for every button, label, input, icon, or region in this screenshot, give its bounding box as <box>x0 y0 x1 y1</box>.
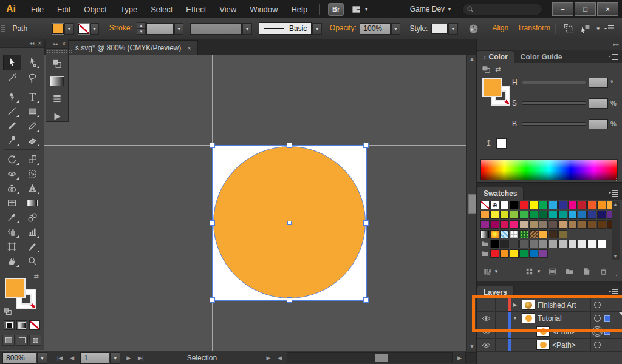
swatch-none[interactable] <box>480 201 490 209</box>
search-input[interactable] <box>462 4 542 15</box>
transform-panel-link[interactable]: Transform <box>518 24 550 33</box>
swatch[interactable] <box>539 220 548 229</box>
swatch-options-icon[interactable] <box>546 266 559 277</box>
magic-wand-tool[interactable] <box>3 70 20 85</box>
swatch[interactable] <box>510 240 519 248</box>
layer-thumbnail[interactable] <box>536 340 550 350</box>
arrange-documents-button[interactable]: ▼ <box>351 5 369 14</box>
slider-value-field[interactable] <box>589 98 608 109</box>
scroll-down-icon[interactable]: ▼ <box>612 254 618 260</box>
new-color-group-icon[interactable] <box>563 266 576 277</box>
style-dropdown-icon[interactable]: ▼ <box>448 23 458 35</box>
target-circle-icon[interactable] <box>594 342 601 348</box>
last-artboard-button[interactable]: ▶| <box>134 355 147 361</box>
stroke-weight-dropdown-icon[interactable]: ▼ <box>174 23 184 35</box>
vertical-scroll-thumb[interactable] <box>468 194 476 214</box>
swatch[interactable] <box>500 220 509 229</box>
selection-handle[interactable] <box>287 297 292 303</box>
swatch[interactable] <box>549 220 558 229</box>
stroke-weight-stepper[interactable]: ▲▼ <box>137 22 146 35</box>
swatch[interactable] <box>480 220 490 229</box>
color-mode-button[interactable] <box>4 320 15 330</box>
lock-toggle[interactable] <box>496 339 508 351</box>
artboard-tool[interactable] <box>3 239 20 254</box>
swatch[interactable] <box>529 240 538 248</box>
stroke-weight-field[interactable] <box>146 23 174 35</box>
hand-tool[interactable] <box>3 254 20 268</box>
draw-behind-button[interactable] <box>16 335 28 346</box>
swatch[interactable] <box>558 230 567 238</box>
pen-tool[interactable] <box>3 89 20 104</box>
select-similar-icon[interactable] <box>580 24 590 34</box>
opacity-field[interactable]: 100% <box>360 23 390 35</box>
close-panel-icon[interactable]: × <box>38 40 41 47</box>
swatch[interactable] <box>500 249 509 258</box>
swatch[interactable] <box>587 201 596 209</box>
swatch[interactable] <box>558 211 567 219</box>
swatch[interactable] <box>578 220 587 229</box>
actions-panel-icon[interactable] <box>50 110 64 123</box>
swatch[interactable] <box>480 230 490 238</box>
zoom-level-field[interactable]: 800% <box>2 352 36 364</box>
swatch[interactable] <box>529 211 538 219</box>
swatch[interactable] <box>578 201 587 209</box>
scroll-up-icon[interactable]: ▲ <box>612 201 618 207</box>
swatch[interactable] <box>597 220 606 229</box>
selection-tool[interactable] <box>3 55 21 70</box>
layer-name[interactable]: <Path> <box>552 341 576 349</box>
menu-edit[interactable]: Edit <box>50 5 77 14</box>
recolor-artwork-icon[interactable] <box>468 24 479 34</box>
type-tool[interactable] <box>24 89 41 104</box>
fill-color-swatch[interactable] <box>5 278 26 298</box>
swatch[interactable] <box>480 211 490 219</box>
selection-center-point[interactable] <box>287 221 292 225</box>
shape-builder-tool[interactable] <box>3 181 20 195</box>
swatch[interactable] <box>549 201 558 209</box>
swap-fill-stroke-icon[interactable]: ⇄ <box>495 66 501 73</box>
fill-color-well[interactable] <box>52 24 64 34</box>
style-swatch[interactable] <box>431 24 448 34</box>
stroke-panel-link[interactable]: Stroke: <box>109 24 132 33</box>
document-tab[interactable]: s.svg* @ 800% (CMYK/Preview) × <box>69 40 198 55</box>
menu-window[interactable]: Window <box>243 5 284 14</box>
swatch[interactable] <box>568 201 577 209</box>
expand-dock-icon[interactable]: ▸▸ <box>613 41 619 47</box>
tab-color-guide[interactable]: Color Guide <box>514 51 569 63</box>
panel-drag-grip[interactable] <box>9 49 35 52</box>
horizontal-scroll-thumb[interactable] <box>375 354 388 362</box>
swatch[interactable] <box>500 201 509 209</box>
swatch[interactable] <box>519 240 528 248</box>
swatches-scrollbar[interactable]: ▲ ▼ <box>612 201 620 260</box>
artboard-dropdown-icon[interactable]: ▼ <box>110 352 120 364</box>
column-graph-tool[interactable] <box>24 224 41 239</box>
free-transform-tool[interactable] <box>24 166 41 181</box>
swatch[interactable] <box>519 249 528 258</box>
menu-view[interactable]: View <box>213 5 243 14</box>
swatch[interactable] <box>597 240 606 248</box>
swatch[interactable] <box>587 211 596 219</box>
zoom-dropdown-icon[interactable]: ▼ <box>37 352 47 364</box>
swatch[interactable] <box>519 211 528 219</box>
swatch[interactable] <box>519 220 528 229</box>
swatch[interactable] <box>578 211 587 219</box>
eraser-tool[interactable] <box>24 133 41 147</box>
swatch[interactable] <box>490 240 499 248</box>
scroll-down-icon[interactable]: ▼ <box>467 342 477 351</box>
panel-drag-grip[interactable] <box>46 50 73 53</box>
brush-definition-dropdown[interactable]: Basic <box>259 22 312 35</box>
swatch[interactable] <box>510 201 519 209</box>
lasso-tool[interactable] <box>24 70 41 85</box>
scroll-left-icon[interactable]: ◀ <box>274 355 285 361</box>
swatch[interactable] <box>490 211 499 219</box>
artboard-number-field[interactable]: 1 <box>80 352 109 364</box>
color-group-folder-icon[interactable] <box>480 249 490 258</box>
panel-resize-grip[interactable] <box>615 176 620 181</box>
scroll-right-icon[interactable]: ▶ <box>454 355 465 361</box>
slider-value-field[interactable] <box>589 78 608 88</box>
slider-value-field[interactable] <box>589 119 608 129</box>
panel-menu-icon[interactable] <box>608 53 619 61</box>
scroll-up-icon[interactable]: ▲ <box>467 55 477 63</box>
swatch[interactable] <box>549 240 558 248</box>
white-swatch[interactable] <box>496 138 507 149</box>
horizontal-scrollbar[interactable] <box>287 352 453 363</box>
